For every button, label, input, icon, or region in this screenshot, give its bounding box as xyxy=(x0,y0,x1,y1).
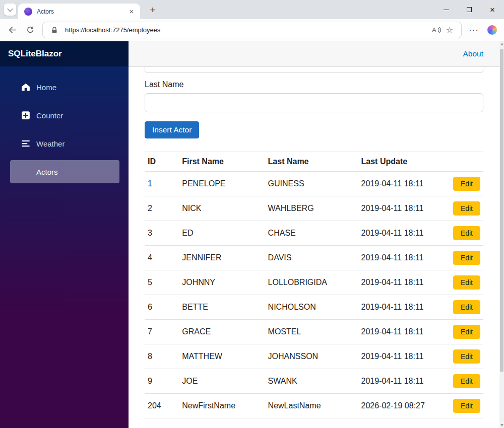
cell-id: 204 xyxy=(145,394,179,418)
cell-id: 1 xyxy=(145,172,179,196)
sidebar-item-actors[interactable]: Actors xyxy=(10,160,119,183)
svg-text:A: A xyxy=(432,26,436,34)
favorites-button[interactable]: ☆ xyxy=(443,24,456,37)
cell-id: 7 xyxy=(145,320,179,344)
scrollbar-track[interactable] xyxy=(499,47,504,422)
cell-first-name: ED xyxy=(179,221,265,246)
edit-button[interactable]: Edit xyxy=(453,251,480,265)
window-minimize-button[interactable] xyxy=(434,0,458,19)
sidebar-nav: Home Counter Weather Actors xyxy=(0,66,129,183)
cell-id: 6 xyxy=(145,295,179,320)
tab-close-icon[interactable]: × xyxy=(127,7,136,16)
window-close-button[interactable]: × xyxy=(481,0,504,19)
refresh-icon xyxy=(26,26,34,34)
cell-last-name: SWANK xyxy=(265,369,358,394)
maximize-icon xyxy=(467,7,472,12)
table-row: 4 JENNIFER DAVIS 2019-04-11 18:11 Edit xyxy=(145,246,483,270)
header-actions xyxy=(450,152,483,172)
cell-last-name: GUINESS xyxy=(265,172,358,196)
brand-link[interactable]: SQLiteBlazor xyxy=(0,41,129,66)
cell-first-name: NewFirstName xyxy=(179,394,265,418)
sidebar-item-home[interactable]: Home xyxy=(10,76,119,99)
last-name-label: Last Name xyxy=(145,80,483,89)
edit-button[interactable]: Edit xyxy=(453,325,480,339)
sidebar-item-weather[interactable]: Weather xyxy=(10,132,119,155)
cell-last-name: LOLLOBRIGIDA xyxy=(265,270,358,295)
new-tab-button[interactable]: + xyxy=(146,4,159,17)
cell-actions: Edit xyxy=(450,344,483,369)
read-aloud-icon: A xyxy=(432,26,442,34)
page-scrollbar[interactable] xyxy=(499,41,504,428)
cell-id: 9 xyxy=(145,369,179,394)
top-row: About xyxy=(129,41,499,67)
first-name-input-partial[interactable] xyxy=(145,67,483,73)
cell-last-update: 2019-04-11 18:11 xyxy=(358,320,450,344)
cell-last-name: MOSTEL xyxy=(265,320,358,344)
edit-button[interactable]: Edit xyxy=(453,374,480,388)
cell-actions: Edit xyxy=(450,221,483,246)
site-favicon-icon xyxy=(24,8,32,16)
home-icon xyxy=(21,83,30,92)
tab-actions-button[interactable] xyxy=(4,4,16,16)
back-button[interactable] xyxy=(4,22,20,38)
lock-icon[interactable] xyxy=(48,24,61,37)
cell-last-update: 2026-02-19 08:27 xyxy=(358,394,450,418)
last-name-input[interactable] xyxy=(145,93,483,112)
cell-id: 4 xyxy=(145,246,179,270)
copilot-button[interactable] xyxy=(484,22,500,38)
edit-button[interactable]: Edit xyxy=(453,201,480,216)
cell-actions: Edit xyxy=(450,196,483,221)
about-link[interactable]: About xyxy=(463,49,483,58)
cell-first-name: MATTHEW xyxy=(179,344,265,369)
table-row: 2 NICK WAHLBERG 2019-04-11 18:11 Edit xyxy=(145,196,483,221)
cell-id: 5 xyxy=(145,270,179,295)
insert-actor-button[interactable]: Insert Actor xyxy=(145,121,199,138)
address-bar[interactable]: https://localhost:7275/employees A ☆ xyxy=(42,22,462,38)
table-row: 1 PENELOPE GUINESS 2019-04-11 18:11 Edit xyxy=(145,172,483,196)
window-maximize-button[interactable] xyxy=(458,0,481,19)
sidebar-item-label: Home xyxy=(36,83,56,92)
cell-last-update: 2019-04-11 18:11 xyxy=(358,295,450,320)
cell-actions: Edit xyxy=(450,246,483,270)
edit-button[interactable]: Edit xyxy=(453,399,480,413)
sidebar: SQLiteBlazor Home Counter xyxy=(0,41,129,428)
page-content: Last Name Insert Actor ID First Name Las… xyxy=(129,67,499,428)
cell-id: 8 xyxy=(145,344,179,369)
browser-tab[interactable]: Actors × xyxy=(18,4,140,19)
cell-id: 3 xyxy=(145,221,179,246)
cell-first-name: NICK xyxy=(179,196,265,221)
refresh-button[interactable] xyxy=(22,22,38,38)
tab-bar: Actors × + × xyxy=(0,0,504,19)
table-row: 6 BETTE NICHOLSON 2019-04-11 18:11 Edit xyxy=(145,295,483,320)
cell-last-update: 2019-04-11 18:11 xyxy=(358,221,450,246)
table-row: 8 MATTHEW JOHANSSON 2019-04-11 18:11 Edi… xyxy=(145,344,483,369)
plus-icon xyxy=(21,111,30,120)
cell-last-update: 2019-04-11 18:11 xyxy=(358,246,450,270)
settings-more-button[interactable]: ··· xyxy=(466,22,482,38)
cell-actions: Edit xyxy=(450,172,483,196)
cell-last-name: CHASE xyxy=(265,221,358,246)
cell-last-update: 2019-04-11 18:11 xyxy=(358,369,450,394)
cell-last-name: NICHOLSON xyxy=(265,295,358,320)
edit-button[interactable]: Edit xyxy=(453,226,480,240)
scrollbar-thumb[interactable] xyxy=(500,49,503,372)
tab-title: Actors xyxy=(37,8,127,15)
scrollbar-down-icon[interactable] xyxy=(500,424,503,426)
table-row: 7 GRACE MOSTEL 2019-04-11 18:11 Edit xyxy=(145,320,483,344)
back-arrow-icon xyxy=(8,26,17,34)
cell-last-update: 2019-04-11 18:11 xyxy=(358,172,450,196)
read-aloud-button[interactable]: A xyxy=(430,24,443,37)
scrollbar-up-icon[interactable] xyxy=(500,43,503,45)
cell-actions: Edit xyxy=(450,394,483,418)
cell-first-name: BETTE xyxy=(179,295,265,320)
header-last-update: Last Update xyxy=(358,152,450,172)
url-text[interactable]: https://localhost:7275/employees xyxy=(65,26,430,34)
edit-button[interactable]: Edit xyxy=(453,275,480,290)
table-row: 3 ED CHASE 2019-04-11 18:11 Edit xyxy=(145,221,483,246)
main-area: About Last Name Insert Actor ID First Na… xyxy=(129,41,499,428)
edit-button[interactable]: Edit xyxy=(453,300,480,314)
edit-button[interactable]: Edit xyxy=(453,177,480,191)
sidebar-item-counter[interactable]: Counter xyxy=(10,104,119,127)
edit-button[interactable]: Edit xyxy=(453,349,480,364)
cell-first-name: JOHNNY xyxy=(179,270,265,295)
